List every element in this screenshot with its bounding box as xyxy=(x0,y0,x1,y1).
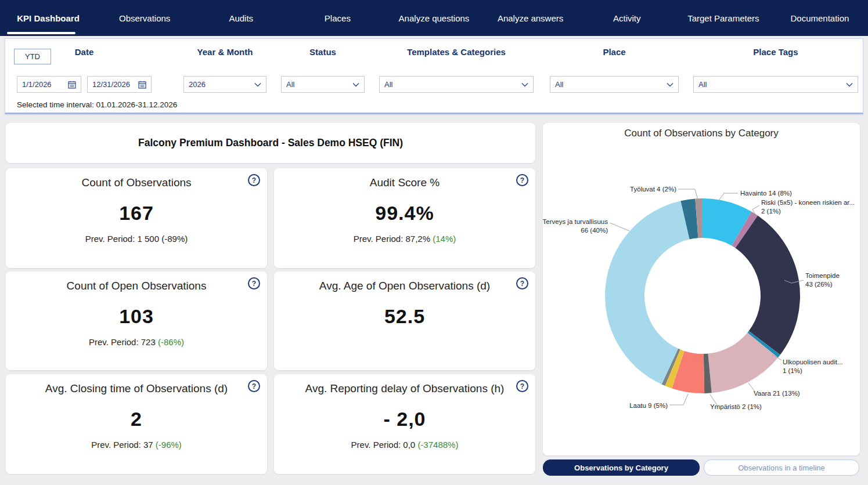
year-month-dropdown[interactable]: 2026 xyxy=(183,76,266,93)
date-end-value: 12/31/2026 xyxy=(92,80,138,89)
chevron-down-icon xyxy=(352,82,359,87)
prev-label: Prev. Period: 0,0 xyxy=(351,440,416,450)
templates-filter-label: Templates & Categories xyxy=(379,47,534,57)
kpi-title: Audit Score % xyxy=(274,176,535,189)
tab-label: Places xyxy=(325,13,351,23)
status-filter-label: Status xyxy=(281,47,365,57)
date-start-value: 1/1/2026 xyxy=(22,80,68,89)
category-chart-card: Count of Observations by Category Työluv… xyxy=(543,123,860,455)
kpi-prev-period: Prev. Period: 0,0 (-37488%) xyxy=(274,440,535,450)
place-tags-filter-label: Place Tags xyxy=(693,47,858,57)
tab-activity[interactable]: Activity xyxy=(579,0,675,36)
help-icon[interactable]: ? xyxy=(516,380,528,392)
prev-label: Prev. Period: 1 500 xyxy=(85,234,159,244)
date-start-input[interactable]: 1/1/2026 xyxy=(17,76,81,93)
kpi-card-avg-age-open: ? Avg. Age of Open Observations (d) 52.5 xyxy=(274,272,535,370)
slice-label-ymparisto: Ympäristö 2 (1%) xyxy=(710,403,762,411)
year-month-filter-label: Year & Month xyxy=(183,47,266,57)
tab-label: Analyze questions xyxy=(399,13,470,23)
kpi-card-avg-reporting-delay: ? Avg. Reporting delay of Observations (… xyxy=(274,374,535,474)
donut-chart xyxy=(543,123,860,455)
slice-label-ulkopuolisen: Ulkopuolisen audit... 1 (1%) xyxy=(783,358,843,375)
help-icon[interactable]: ? xyxy=(248,277,260,289)
filter-panel: YTD Date 1/1/2026 12/31/2026 Year & Mont… xyxy=(5,38,863,114)
templates-dropdown[interactable]: All xyxy=(379,76,534,93)
chevron-down-icon xyxy=(667,82,673,87)
kpi-card-audit-score: ? Audit Score % 99.4% Prev. Period: 87,2… xyxy=(274,168,535,268)
delta-value: (-86%) xyxy=(158,337,184,347)
kpi-title: Count of Observations xyxy=(6,176,267,189)
place-dropdown[interactable]: All xyxy=(550,76,679,93)
place-tags-value: All xyxy=(698,80,846,89)
tab-audits[interactable]: Audits xyxy=(193,0,289,36)
templates-value: All xyxy=(384,80,521,89)
tab-places[interactable]: Places xyxy=(289,0,386,36)
kpi-value: 103 xyxy=(6,305,267,328)
active-tab-underline xyxy=(7,32,75,34)
kpi-value: 167 xyxy=(6,202,267,225)
help-icon[interactable]: ? xyxy=(516,174,528,186)
tab-documentation[interactable]: Documentation xyxy=(772,0,868,36)
delta-value: (-89%) xyxy=(161,234,188,244)
kpi-prev-period: Prev. Period: 723 (-86%) xyxy=(6,337,267,347)
kpi-card-avg-closing-time: ? Avg. Closing time of Observations (d) … xyxy=(6,374,267,474)
slice-label-tyoluvat: Työluvat 4 (2%) xyxy=(630,185,676,194)
prev-label: Prev. Period: 37 xyxy=(91,440,153,450)
tab-label: Audits xyxy=(229,13,253,23)
date-filter-label: Date xyxy=(17,47,152,57)
chart-tab-observations-by-category[interactable]: Observations by Category xyxy=(543,459,700,476)
slice-label-vaara: Vaara 21 (13%) xyxy=(754,389,800,398)
slice-label-laatu: Laatu 9 (5%) xyxy=(629,401,668,410)
kpi-prev-period: Prev. Period: 1 500 (-89%) xyxy=(6,234,267,244)
help-icon[interactable]: ? xyxy=(516,277,528,289)
kpi-value: 2 xyxy=(6,408,267,430)
delta-value: (-96%) xyxy=(156,440,182,450)
status-dropdown[interactable]: All xyxy=(281,76,365,93)
place-tags-dropdown[interactable]: All xyxy=(693,76,858,93)
delta-value: (-37488%) xyxy=(417,440,458,450)
slice-label-terveys: Terveys ja turvallisuus 66 (40%) xyxy=(543,218,608,235)
tab-label: Activity xyxy=(613,13,641,23)
tab-label: Documentation xyxy=(790,13,849,23)
year-month-value: 2026 xyxy=(189,80,254,89)
status-value: All xyxy=(286,80,352,89)
kpi-title: Avg. Age of Open Observations (d) xyxy=(274,280,535,292)
calendar-icon xyxy=(138,81,146,89)
prev-label: Prev. Period: 723 xyxy=(89,337,156,347)
help-icon[interactable]: ? xyxy=(248,380,260,392)
help-icon[interactable]: ? xyxy=(248,174,260,186)
slice-label-riski: Riski (5x5) - koneen riskien ar... 2 (1%… xyxy=(761,198,855,216)
place-filter-label: Place xyxy=(550,47,679,57)
chevron-down-icon xyxy=(521,82,528,87)
selected-interval-text: Selected time interval: 01.01.2026-31.12… xyxy=(17,100,177,109)
kpi-card-open-observations: ? Count of Open Observations 103 Prev. P… xyxy=(6,272,267,370)
top-nav-bar: KPI Dashboard Observations Audits Places… xyxy=(0,0,868,36)
dashboard-title-card: Falcony Premium Dashboard - Sales Demo H… xyxy=(6,123,535,163)
kpi-value: 99.4% xyxy=(274,202,535,225)
date-end-input[interactable]: 12/31/2026 xyxy=(87,76,152,93)
donut-slice-toimenpide[interactable] xyxy=(736,216,800,355)
page-title: Falcony Premium Dashboard - Sales Demo H… xyxy=(138,137,403,149)
tab-analyze-questions[interactable]: Analyze questions xyxy=(386,0,482,36)
tab-analyze-answers[interactable]: Analyze answers xyxy=(482,0,579,36)
place-value: All xyxy=(555,80,667,89)
prev-label: Prev. Period: 87,2% xyxy=(354,234,430,244)
kpi-prev-period: Prev. Period: 87,2% (14%) xyxy=(274,234,535,244)
kpi-prev-period: Prev. Period: 37 (-96%) xyxy=(6,440,267,450)
tab-label: KPI Dashboard xyxy=(17,13,80,23)
kpi-value: 52.5 xyxy=(274,305,535,328)
tab-observations[interactable]: Observations xyxy=(96,0,193,36)
tab-label: Observations xyxy=(119,13,170,23)
slice-label-toimenpide: Toimenpide 43 (26%) xyxy=(805,272,840,289)
kpi-card-count-observations: ? Count of Observations 167 Prev. Period… xyxy=(6,168,267,268)
kpi-value: - 2,0 xyxy=(274,408,535,430)
kpi-title: Avg. Closing time of Observations (d) xyxy=(6,382,267,395)
tab-label: Target Parameters xyxy=(687,13,759,23)
tab-target-parameters[interactable]: Target Parameters xyxy=(675,0,772,36)
kpi-title: Avg. Reporting delay of Observations (h) xyxy=(274,382,535,395)
calendar-icon xyxy=(68,81,76,89)
chevron-down-icon xyxy=(254,82,261,87)
tab-kpi-dashboard[interactable]: KPI Dashboard xyxy=(0,0,96,36)
chart-tab-observations-timeline[interactable]: Observations in a timeline xyxy=(704,459,859,476)
tab-label: Analyze answers xyxy=(498,13,563,23)
